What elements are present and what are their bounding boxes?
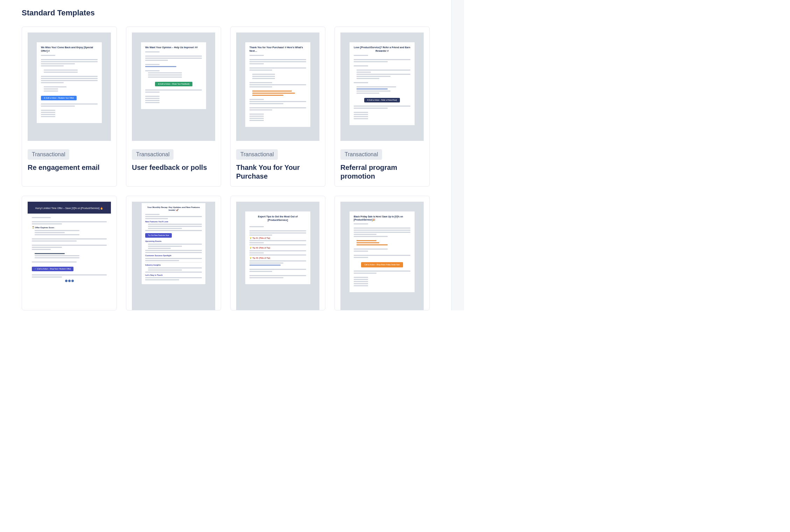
- template-card-expert-tips[interactable]: Expert Tips to Get the Most Out of [Prod…: [230, 196, 325, 310]
- preview-button: ⬇ [Call to Action – Redeem Your Offer]: [41, 96, 77, 100]
- template-preview: We Miss You! Come Back and Enjoy [Specia…: [28, 33, 111, 141]
- template-grid: We Miss You! Come Back and Enjoy [Specia…: [22, 27, 430, 310]
- preview-heading: Your Monthly Recap: Key Updates and New …: [145, 206, 202, 212]
- template-card-black-friday[interactable]: Black Friday Sale is Here! Save Up to [X…: [334, 196, 430, 310]
- template-title: Referral program promotion: [340, 163, 424, 181]
- template-preview: Expert Tips to Get the Most Out of [Prod…: [236, 202, 319, 310]
- preview-heading: We Miss You! Come Back and Enjoy [Specia…: [41, 46, 98, 53]
- template-title: User feedback or polls: [132, 163, 215, 172]
- template-card-feedback[interactable]: We Want Your Opinion – Help Us Improve! …: [126, 27, 221, 187]
- template-preview: We Want Your Opinion – Help Us Improve! …: [132, 33, 215, 141]
- template-title: Re engagement email: [28, 163, 111, 172]
- preview-button: # [Call to Action – Refer a Friend Now]: [364, 98, 400, 102]
- preview-heading: We Want Your Opinion – Help Us Improve! …: [145, 46, 202, 49]
- template-badge: Transactional: [132, 149, 174, 160]
- main-content: Standard Templates We Miss You! Come Bac…: [0, 0, 451, 310]
- preview-heading: Expert Tips to Get the Most Out of [Prod…: [249, 215, 306, 222]
- template-badge: Transactional: [236, 149, 278, 160]
- section-title: Standard Templates: [22, 8, 430, 17]
- template-badge: Transactional: [340, 149, 382, 160]
- preview-heading: Black Friday Sale is Here! Save Up to [X…: [354, 215, 410, 221]
- template-card-monthly-recap[interactable]: Your Monthly Recap: Key Updates and New …: [126, 196, 221, 310]
- template-card-referral[interactable]: Love [Product/Service]? Refer a Friend a…: [334, 27, 430, 187]
- template-preview: Love [Product/Service]? Refer a Friend a…: [340, 33, 424, 141]
- tip-heading: 💡 Tip #1: [Title of Tip]: [249, 237, 306, 240]
- right-sidebar: [451, 0, 464, 310]
- template-card-reengagement[interactable]: We Miss You! Come Back and Enjoy [Specia…: [22, 27, 117, 187]
- template-card-thankyou[interactable]: Thank You for Your Purchase! # Here's Wh…: [230, 27, 325, 187]
- template-badge: Transactional: [28, 149, 69, 160]
- preview-heading: Hurry! Limited Time Offer – Save [X]% on…: [32, 207, 107, 210]
- template-preview: Your Monthly Recap: Key Updates and New …: [132, 202, 215, 310]
- template-preview: Black Friday Sale is Here! Save Up to [X…: [340, 202, 424, 310]
- template-preview: Thank You for Your Purchase! # Here's Wh…: [236, 33, 319, 141]
- preview-button: Try Out New Features Now: [145, 233, 172, 238]
- preview-subheading: ⏳ Offer Expires Soon:: [32, 226, 107, 229]
- tip-heading: 💡 Tip #3: [Title of Tip]: [249, 257, 306, 260]
- preview-heading: Love [Product/Service]? Refer a Friend a…: [354, 46, 410, 53]
- tip-heading: 💡 Tip #2: [Title of Tip]: [249, 247, 306, 250]
- preview-button: Call to Action – Shop Black Friday Deals…: [361, 262, 403, 267]
- template-preview: Hurry! Limited Time Offer – Save [X]% on…: [28, 202, 111, 310]
- preview-button: 🛒 [Call to Action – Shop Now / Redeem Of…: [32, 267, 73, 271]
- preview-button: ⬇ [Call to Action – Share Your Feedback]: [155, 82, 192, 86]
- template-card-limited-offer[interactable]: Hurry! Limited Time Offer – Save [X]% on…: [22, 196, 117, 310]
- social-icons: [32, 280, 107, 283]
- preview-heading: Thank You for Your Purchase! # Here's Wh…: [249, 46, 306, 53]
- template-title: Thank You for Your Purchase: [236, 163, 319, 181]
